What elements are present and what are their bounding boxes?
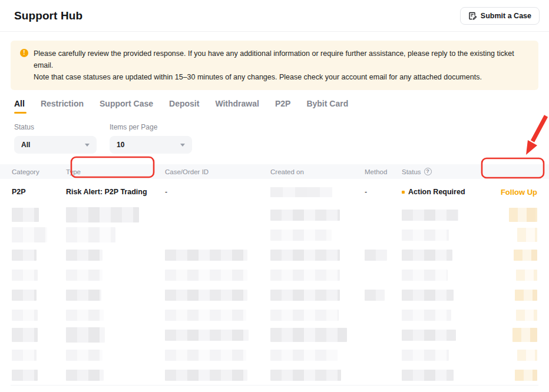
column-category: Category — [12, 168, 66, 175]
table-header-row: Category Type Case/Order ID Created on M… — [0, 164, 549, 179]
column-method: Method — [365, 168, 402, 175]
chevron-down-icon — [180, 144, 185, 147]
warning-icon: ! — [20, 49, 28, 57]
filters-bar: Status All Items per Page 10 — [14, 123, 535, 154]
status-filter: Status All — [14, 123, 97, 154]
cell-method: - — [365, 188, 402, 196]
tab-bybit-card[interactable]: Bybit Card — [306, 99, 348, 114]
table-row-redacted — [0, 345, 549, 365]
status-filter-label: Status — [14, 123, 97, 131]
column-type: Type — [66, 168, 165, 175]
tab-support-case[interactable]: Support Case — [100, 99, 153, 114]
table-row-redacted — [0, 365, 549, 385]
table-row-redacted — [0, 265, 549, 285]
items-per-page-label: Items per Page — [110, 123, 192, 131]
table-row-redacted — [0, 285, 549, 305]
cell-status: Action Required — [402, 188, 472, 196]
page-header: Support Hub Submit a Case — [0, 0, 549, 32]
table-row-redacted — [0, 225, 549, 245]
page-title: Support Hub — [14, 9, 82, 22]
items-per-page-select[interactable]: 10 — [110, 136, 192, 154]
follow-up-link[interactable]: Follow Up — [501, 188, 537, 197]
tab-all[interactable]: All — [14, 99, 25, 114]
cell-case-order-id: - — [165, 188, 270, 196]
support-hub-page: Support Hub Submit a Case ! Please caref… — [0, 0, 549, 392]
cell-action: Follow Up — [472, 188, 537, 197]
items-per-page-value: 10 — [117, 141, 124, 149]
items-per-page-filter: Items per Page 10 — [110, 123, 192, 154]
notice-line-1: Please carefully review the provided res… — [34, 48, 529, 71]
table-row-redacted — [0, 245, 549, 265]
tab-restriction[interactable]: Restriction — [41, 99, 84, 114]
category-tabs: All Restriction Support Case Deposit Wit… — [14, 99, 535, 114]
table-row-redacted — [0, 325, 549, 345]
column-case-order-id: Case/Order ID — [165, 168, 270, 175]
cell-category: P2P — [12, 188, 66, 196]
status-filter-select[interactable]: All — [14, 136, 97, 154]
notice-line-2: Note that case statuses are updated with… — [34, 71, 529, 83]
cell-type: Risk Alert: P2P Trading — [66, 188, 165, 196]
status-filter-value: All — [21, 141, 30, 149]
column-status: Status ? — [402, 168, 472, 175]
tab-withdrawal[interactable]: Withdrawal — [215, 99, 259, 114]
notice-banner: ! Please carefully review the provided r… — [11, 41, 538, 90]
submit-a-case-label: Submit a Case — [481, 12, 531, 20]
submit-a-case-button[interactable]: Submit a Case — [460, 7, 540, 25]
column-created-on: Created on — [270, 168, 365, 175]
table-row-redacted — [0, 305, 549, 325]
table-row-redacted — [0, 205, 549, 225]
tab-deposit[interactable]: Deposit — [169, 99, 199, 114]
cell-created-on-redacted — [270, 187, 365, 197]
status-dot-icon — [402, 191, 405, 194]
table-row: P2P Risk Alert: P2P Trading - - Action R… — [0, 179, 549, 205]
notice-text: Please carefully review the provided res… — [34, 48, 529, 83]
table-bottom-divider — [11, 385, 538, 386]
chevron-down-icon — [85, 144, 90, 147]
cases-table: Category Type Case/Order ID Created on M… — [0, 164, 549, 385]
document-edit-icon — [468, 12, 477, 20]
status-help-icon[interactable]: ? — [424, 168, 432, 175]
tab-p2p[interactable]: P2P — [275, 99, 290, 114]
